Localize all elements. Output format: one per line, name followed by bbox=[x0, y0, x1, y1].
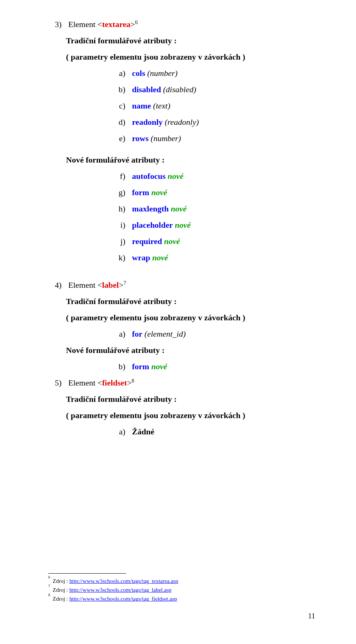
item-text: cols (number) bbox=[132, 65, 178, 81]
attr-note: nové bbox=[171, 204, 187, 213]
attr-name: Žádné bbox=[132, 427, 154, 436]
item-text: Žádné bbox=[132, 424, 154, 440]
attr-note: (number) bbox=[151, 134, 181, 143]
attr-note: (readonly) bbox=[165, 117, 199, 127]
tag-name: fieldset bbox=[102, 378, 127, 387]
footnote-num: 8 bbox=[48, 594, 53, 603]
footnote-text: Zdroj : http://www.w3schools.com/tags/ta… bbox=[53, 585, 315, 594]
attr-name: maxlength bbox=[132, 204, 169, 213]
txt: > bbox=[127, 378, 131, 387]
footnote-text: Zdroj : http://www.w3schools.com/tags/ta… bbox=[53, 594, 315, 603]
list-item: f) autofocus nové bbox=[112, 168, 315, 184]
bullet: c) bbox=[112, 98, 132, 114]
list-item: h) maxlength nové bbox=[112, 201, 315, 217]
txt: Element < bbox=[68, 20, 102, 29]
section-5-heading: 5) Element <fieldset>8 bbox=[48, 375, 315, 391]
item-text: form nové bbox=[132, 184, 167, 201]
footnote-6: 6 Zdroj : http://www.w3schools.com/tags/… bbox=[48, 577, 315, 585]
attr-name: cols bbox=[132, 69, 145, 78]
footnote-link[interactable]: http://www.w3schools.com/tags/tag_textar… bbox=[69, 578, 178, 584]
nove-title: Nové formulářové atributy : bbox=[66, 342, 315, 358]
item-text: readonly (readonly) bbox=[132, 114, 199, 130]
bullet: a) bbox=[112, 65, 132, 81]
trad-title: Tradiční formulářové atributy : bbox=[66, 293, 315, 310]
list-item: c) name (text) bbox=[112, 98, 315, 114]
tag-name: textarea bbox=[102, 20, 131, 29]
footnote-text: Zdroj : http://www.w3schools.com/tags/ta… bbox=[53, 577, 315, 585]
list-item: b) form nové bbox=[112, 358, 315, 375]
bullet: j) bbox=[112, 233, 132, 250]
attr-name: disabled bbox=[132, 85, 161, 94]
page-number: 11 bbox=[308, 608, 315, 623]
bullet: e) bbox=[112, 130, 132, 147]
bullet-4: 4) bbox=[48, 277, 68, 293]
page: 3) Element <textarea>6 Tradiční formulář… bbox=[0, 0, 356, 644]
heading-text: Element <label>7 bbox=[68, 277, 126, 293]
bullet: i) bbox=[112, 217, 132, 233]
section-4-heading: 4) Element <label>7 bbox=[48, 277, 315, 293]
item-text: rows (number) bbox=[132, 130, 181, 147]
footnote-ref-8: 8 bbox=[132, 378, 134, 384]
prefix: Zdroj : bbox=[53, 578, 69, 584]
bullet: f) bbox=[112, 168, 132, 184]
footnote-8: 8 Zdroj : http://www.w3schools.com/tags/… bbox=[48, 594, 315, 603]
txt: > bbox=[131, 20, 135, 29]
footnote-ref-6: 6 bbox=[135, 19, 138, 25]
attr-note: nové bbox=[151, 188, 167, 197]
list-item: i) placeholder nové bbox=[112, 217, 315, 233]
list-item: j) required nové bbox=[112, 233, 315, 250]
footnotes: 6 Zdroj : http://www.w3schools.com/tags/… bbox=[48, 573, 315, 603]
attr-note: nové bbox=[151, 362, 167, 371]
txt: > bbox=[119, 280, 123, 290]
footnote-7: 7 Zdroj : http://www.w3schools.com/tags/… bbox=[48, 585, 315, 594]
footnote-link[interactable]: http://www.w3schools.com/tags/tag_label.… bbox=[69, 587, 171, 593]
attr-note: nové bbox=[152, 253, 168, 262]
bullet: a) bbox=[112, 424, 132, 440]
txt: Element < bbox=[68, 280, 102, 290]
nove-title: Nové formulářové atributy : bbox=[66, 152, 315, 168]
section-3-heading: 3) Element <textarea>6 bbox=[48, 16, 315, 33]
tag-name: label bbox=[102, 280, 119, 290]
attr-name: placeholder bbox=[132, 220, 173, 230]
list-item: a) for (element_id) bbox=[112, 326, 315, 342]
item-text: name (text) bbox=[132, 98, 170, 114]
item-text: required nové bbox=[132, 233, 180, 250]
list-item: b) disabled (disabled) bbox=[112, 81, 315, 98]
attr-note: (text) bbox=[153, 101, 170, 110]
bullet-5: 5) bbox=[48, 375, 68, 391]
item-text: wrap nové bbox=[132, 250, 168, 266]
bullet: g) bbox=[112, 184, 132, 201]
prefix: Zdroj : bbox=[53, 596, 69, 602]
list-item: a) Žádné bbox=[112, 424, 315, 440]
heading-text: Element <textarea>6 bbox=[68, 16, 138, 33]
bullet: d) bbox=[112, 114, 132, 130]
bullet-3: 3) bbox=[48, 16, 68, 33]
heading-text: Element <fieldset>8 bbox=[68, 375, 134, 391]
list-item: e) rows (number) bbox=[112, 130, 315, 147]
list-item: d) readonly (readonly) bbox=[112, 114, 315, 130]
item-text: form nové bbox=[132, 358, 167, 375]
attr-name: rows bbox=[132, 134, 149, 143]
trad-title: Tradiční formulářové atributy : bbox=[66, 33, 315, 49]
attr-name: form bbox=[132, 362, 149, 371]
footnote-ref-7: 7 bbox=[123, 280, 126, 286]
attr-note: (number) bbox=[147, 69, 178, 78]
paren-note: ( parametry elementu jsou zobrazeny v zá… bbox=[66, 407, 315, 424]
paren-note: ( parametry elementu jsou zobrazeny v zá… bbox=[66, 49, 315, 65]
item-text: for (element_id) bbox=[132, 326, 186, 342]
list-item: k) wrap nové bbox=[112, 250, 315, 266]
attr-name: name bbox=[132, 101, 151, 110]
list-item: g) form nové bbox=[112, 184, 315, 201]
bullet: a) bbox=[112, 326, 132, 342]
item-text: disabled (disabled) bbox=[132, 81, 196, 98]
attr-note: (element_id) bbox=[145, 329, 186, 338]
list-item: a) cols (number) bbox=[112, 65, 315, 81]
attr-name: autofocus bbox=[132, 171, 165, 181]
attr-note: nové bbox=[168, 171, 184, 181]
item-text: autofocus nové bbox=[132, 168, 184, 184]
attr-name: for bbox=[132, 329, 142, 338]
paren-note: ( parametry elementu jsou zobrazeny v zá… bbox=[66, 310, 315, 326]
attr-name: form bbox=[132, 188, 149, 197]
footnote-link[interactable]: http://www.w3schools.com/tags/tag_fields… bbox=[69, 596, 177, 602]
attr-name: wrap bbox=[132, 253, 150, 262]
